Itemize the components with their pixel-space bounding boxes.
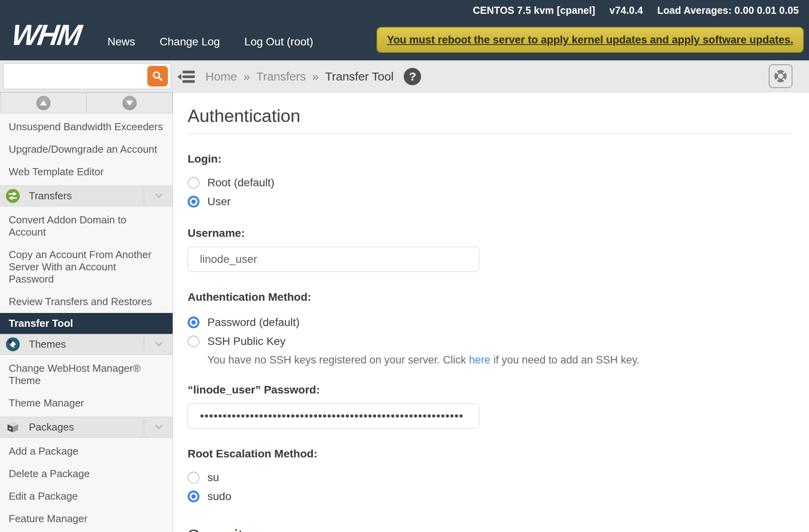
sidebar-item-label: Theme Manager — [9, 397, 84, 409]
top-nav: News Change Log Log Out (root) — [107, 36, 313, 48]
sidebar-section-label: Packages — [29, 421, 167, 433]
top-header: CENTOS 7.5 kvm [cpanel] v74.0.4 Load Ave… — [0, 0, 809, 60]
scroll-up-icon — [36, 96, 51, 110]
radio-checked-icon[interactable] — [188, 491, 199, 502]
radio-label: sudo — [207, 490, 231, 503]
radio-label: User — [207, 195, 231, 208]
help-icon[interactable]: ? — [404, 68, 421, 85]
search-input[interactable] — [4, 64, 171, 89]
nav-item-news[interactable]: News — [107, 36, 135, 48]
life-preserver-icon — [772, 68, 789, 84]
sidebar-item-label: Convert Addon Domain to Account — [9, 214, 126, 238]
sidebar-item-label: Upgrade/Downgrade an Account — [9, 143, 157, 155]
radio-checked-icon[interactable] — [188, 317, 199, 328]
collapse-sidebar-button[interactable] — [177, 69, 196, 84]
breadcrumb-transfers[interactable]: Transfers — [256, 70, 306, 83]
sidebar-item-copy-account-from-server[interactable]: Copy an Account From Another Server With… — [0, 244, 161, 290]
breadcrumb-home[interactable]: Home — [205, 70, 237, 83]
sidebar-item-label: Web Template Editor — [9, 166, 103, 178]
scroll-up-button[interactable] — [0, 92, 87, 113]
login-radio-group: Root (default) User — [188, 176, 792, 208]
sidebar-item-unsuspend-bandwidth-exceeders[interactable]: Unsuspend Bandwidth Exceeders — [0, 116, 173, 138]
server-info: CENTOS 7.5 kvm [cpanel] v74.0.4 Load Ave… — [473, 5, 799, 16]
radio-label: Root (default) — [207, 176, 275, 189]
username-input[interactable] — [188, 247, 479, 272]
sidebar-item-label: Delete a Package — [9, 468, 90, 480]
support-button[interactable] — [769, 64, 792, 88]
sidebar-item-add-a-package[interactable]: Add a Package — [0, 440, 173, 463]
sidebar-item-review-transfers-restores[interactable]: Review Transfers and Restores — [0, 290, 173, 313]
collapse-sidebar-icon — [177, 69, 196, 84]
sidebar-item-delete-a-package[interactable]: Delete a Package — [0, 463, 173, 485]
search-icon — [152, 70, 164, 82]
themes-icon — [6, 337, 20, 352]
sidebar-section-themes[interactable]: Themes — [0, 334, 173, 355]
sidebar: Unsuspend Bandwidth Exceeders Upgrade/Do… — [0, 92, 173, 532]
transfers-icon — [6, 189, 20, 203]
sidebar-scrollers — [0, 92, 173, 113]
sidebar-item-edit-a-package[interactable]: Edit a Package — [0, 485, 173, 508]
sidebar-section-transfers[interactable]: Transfers — [0, 185, 173, 206]
sidebar-section-label: Themes — [29, 338, 167, 350]
nav-item-log-out[interactable]: Log Out (root) — [245, 36, 313, 48]
sidebar-item-convert-addon-domain[interactable]: Convert Addon Domain to Account — [0, 209, 173, 244]
radio-root-default[interactable]: Root (default) — [188, 176, 275, 189]
radio-checked-icon[interactable] — [188, 196, 199, 208]
server-version: v74.0.4 — [610, 5, 643, 16]
root-escalation-radio-group: su sudo — [188, 471, 792, 503]
sidebar-section-packages[interactable]: Packages — [0, 417, 173, 438]
packages-icon — [6, 420, 20, 435]
sidebar-item-change-whm-theme[interactable]: Change WebHost Manager® Theme — [0, 357, 173, 392]
root-escalation-label: Root Escalation Method: — [188, 448, 792, 460]
sidebar-item-label: Change WebHost Manager® Theme — [9, 362, 141, 386]
radio-ssh-public-key[interactable]: SSH Public Key — [188, 335, 286, 348]
sidebar-item-web-template-editor[interactable]: Web Template Editor — [0, 161, 173, 183]
server-load-averages: Load Averages: 0.00 0.01 0.05 — [657, 5, 799, 16]
radio-su[interactable]: su — [188, 471, 219, 484]
password-input[interactable] — [188, 403, 479, 429]
ssh-note-text: if you need to add an SSH key. — [490, 354, 640, 366]
password-label: “linode_user” Password: — [188, 384, 792, 396]
sidebar-item-feature-manager[interactable]: Feature Manager — [0, 508, 173, 530]
ssh-note-here-link[interactable]: here — [469, 354, 490, 366]
sidebar-menu: Unsuspend Bandwidth Exceeders Upgrade/Do… — [0, 113, 173, 532]
auth-method-label: Authentication Method: — [188, 291, 792, 303]
radio-label: Password (default) — [207, 316, 299, 329]
chevron-down-icon[interactable] — [154, 193, 163, 199]
sidebar-item-theme-manager[interactable]: Theme Manager — [0, 392, 173, 414]
scroll-down-icon — [122, 96, 137, 110]
page-title: Authentication — [188, 104, 792, 128]
scroll-down-button[interactable] — [87, 92, 173, 113]
sidebar-item-upgrade-downgrade-account[interactable]: Upgrade/Downgrade an Account — [0, 138, 173, 161]
divider — [144, 421, 144, 435]
toolbar: Home » Transfers » Transfer Tool ? — [0, 60, 809, 92]
sidebar-item-label: Transfer Tool — [9, 317, 73, 329]
nav-item-change-log[interactable]: Change Log — [160, 36, 220, 48]
radio-password-default[interactable]: Password (default) — [188, 316, 299, 329]
radio-unchecked-icon[interactable] — [188, 177, 199, 189]
radio-user[interactable]: User — [188, 195, 231, 208]
sidebar-item-label: Feature Manager — [9, 513, 87, 525]
auth-method-radio-group: Password (default) SSH Public Key — [188, 316, 792, 348]
radio-label: su — [207, 471, 219, 484]
breadcrumb: Home » Transfers » Transfer Tool ? — [205, 60, 421, 92]
reboot-alert-banner[interactable]: You must reboot the server to apply kern… — [376, 27, 804, 53]
divider — [144, 338, 144, 352]
sidebar-item-label: Add a Package — [9, 445, 78, 457]
whm-logo[interactable]: WHM — [10, 21, 82, 50]
sidebar-item-label: Copy an Account From Another Server With… — [9, 249, 151, 285]
chevron-down-icon[interactable] — [154, 424, 163, 430]
sidebar-section-label: Transfers — [29, 190, 167, 202]
login-label: Login: — [188, 153, 792, 165]
radio-unchecked-icon[interactable] — [188, 472, 199, 483]
sidebar-item-label: Review Transfers and Restores — [9, 296, 152, 307]
ssh-key-note: You have no SSH keys registered on your … — [207, 354, 792, 366]
breadcrumb-separator: » — [312, 70, 319, 83]
sidebar-item-transfer-tool[interactable]: Transfer Tool — [0, 313, 173, 334]
radio-unchecked-icon[interactable] — [188, 335, 199, 347]
radio-sudo[interactable]: sudo — [188, 490, 231, 503]
security-section-title: Security — [188, 524, 792, 532]
chevron-down-icon[interactable] — [154, 341, 163, 347]
sidebar-item-label: Edit a Package — [9, 490, 78, 502]
search-button[interactable] — [147, 66, 168, 86]
